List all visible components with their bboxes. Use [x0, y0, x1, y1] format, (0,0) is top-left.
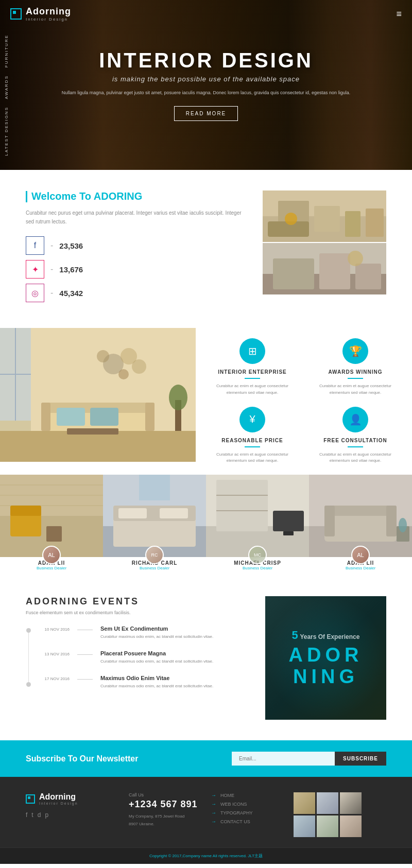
timeline-item-2: 13 NOV 2016 Placerat Posuere Magna Curab…: [36, 650, 250, 665]
logo-area[interactable]: Adorning Interior Design: [10, 6, 71, 22]
svg-rect-6: [345, 211, 360, 237]
bottom-bar: Copyright © 2017,Company name All rights…: [0, 847, 412, 864]
sidebar-label-awards[interactable]: Awards: [4, 75, 9, 99]
awards-icon-circle: 🏆: [342, 338, 368, 364]
team-card-4[interactable]: AL ADAM LII Business Dealer: [309, 475, 412, 576]
avatar-1: AL: [43, 547, 60, 563]
svg-point-24: [118, 369, 129, 379]
feature-underline-2: [348, 378, 363, 379]
interior-icon: ⊞: [248, 345, 257, 357]
footer-logo-icon: [26, 794, 35, 804]
svg-rect-56: [283, 531, 294, 535]
twitter-icon-box[interactable]: ✦: [26, 260, 44, 279]
feature-title-price: REASONABLE PRICE: [206, 438, 299, 443]
promo-years-label: Years Of Experience: [300, 633, 359, 640]
footer-links: → HOME → WEB ICONS → TYPOGRAPHY → CONTAC…: [211, 792, 283, 827]
footer-gallery-2: [317, 792, 338, 814]
read-more-button[interactable]: READ MORE: [174, 106, 238, 121]
team-avatar-3: MC: [248, 546, 267, 564]
welcome-left: Welcome To ADORING Curabitur nec purus e…: [26, 190, 247, 307]
newsletter-form: SUBSCRIBE: [232, 752, 386, 766]
welcome-right: [263, 190, 386, 294]
team-image-4: [309, 475, 412, 557]
event-title-3: Maximus Odio Enim Vitae: [100, 675, 213, 681]
svg-rect-28: [145, 403, 154, 431]
avatar-4: AL: [352, 547, 369, 563]
svg-rect-47: [118, 508, 147, 518]
instagram-icon-box[interactable]: ◎: [26, 284, 44, 302]
team-image-1: [0, 475, 103, 557]
footer-contact: Call Us +1234 567 891 My Company, 875 Je…: [118, 792, 201, 828]
event-date-2: 13 NOV 2016: [36, 650, 70, 657]
feature-desc-interior: Curabitur ac enim et augue consectetur e…: [206, 383, 299, 396]
hamburger-menu[interactable]: ≡: [396, 9, 402, 20]
promo-years: 5 Years Of Experience: [292, 629, 360, 642]
svg-rect-48: [160, 508, 188, 518]
svg-rect-61: [324, 506, 335, 536]
footer-pinterest-icon[interactable]: p: [45, 811, 48, 819]
newsletter-email-input[interactable]: [232, 752, 335, 766]
avatar-2: RC: [146, 547, 163, 563]
timeline-dot-top: [26, 628, 31, 633]
footer-link-home[interactable]: → HOME: [211, 792, 283, 798]
hero-title: INTERIOR DESIGN: [62, 49, 350, 72]
footer-link-webicons[interactable]: → WEB ICONS: [211, 801, 283, 807]
feature-title-interior: INTERIOR ENTERPRISE: [206, 369, 299, 375]
footer-logo[interactable]: Adorning Interior Design: [26, 792, 108, 805]
features-grid: ⊞ INTERIOR ENTERPRISE Curabitur ac enim …: [196, 328, 412, 475]
events-left: ADORNING EVENTS Fusce elementum sem ut e…: [26, 596, 250, 720]
logo-sub: Interior Design: [26, 17, 71, 22]
welcome-title: Welcome To ADORING: [31, 190, 142, 202]
svg-rect-10: [273, 258, 314, 289]
team-card-1[interactable]: AL ADAM LII Business Dealer: [0, 475, 103, 576]
team-role-1: Business Dealer: [0, 566, 103, 570]
footer-link-contact[interactable]: → CONTACT US: [211, 819, 283, 824]
team-card-2[interactable]: RC RICHARD CARL Business Dealer: [103, 475, 206, 576]
footer-call-label: Call Us: [129, 792, 201, 797]
footer: Adorning Interior Design f t d p Call Us…: [0, 777, 412, 847]
arrow-icon-typography: →: [211, 810, 216, 815]
events-description: Fusce elementum sem ut ex condimentum fa…: [26, 610, 250, 615]
timeline: 10 NOV 2016 Sem Ut Ex Condimentum Curabi…: [26, 626, 250, 689]
footer-twitter-icon[interactable]: t: [31, 811, 33, 819]
event-content-2: Placerat Posuere Magna Curabitur maximus…: [100, 650, 213, 665]
feature-underline-3: [245, 446, 260, 447]
instagram-icon: ◎: [31, 288, 39, 298]
footer-gallery-5: [317, 815, 338, 837]
footer-brand: Adorning Interior Design f t d p: [26, 792, 108, 819]
feature-consultation: 👤 FREE CONSULTATION Curabitur ac enim et…: [309, 407, 402, 465]
newsletter-subscribe-button[interactable]: SUBSCRIBE: [335, 752, 386, 766]
credit-link[interactable]: JLT主题: [248, 854, 263, 858]
copyright-text: Copyright © 2017,Company name All rights…: [149, 854, 247, 858]
svg-rect-11: [319, 253, 350, 289]
svg-rect-49: [139, 475, 170, 500]
team-card-3[interactable]: MC MICHAEL CRISP Business Dealer: [206, 475, 309, 576]
svg-point-23: [132, 359, 146, 374]
sidebar-label-furniture[interactable]: Furniture: [4, 34, 9, 67]
facebook-icon: f: [34, 241, 36, 250]
sidebar-label-latest[interactable]: Latest Designs: [4, 107, 9, 156]
welcome-image-2: [263, 243, 386, 294]
footer-logo-main: Adorning: [39, 792, 78, 802]
arrow-icon-webicons: →: [211, 801, 216, 807]
svg-rect-19: [0, 431, 196, 462]
svg-rect-55: [273, 511, 304, 531]
instagram-count: 45,342: [59, 289, 83, 298]
footer-link-typography[interactable]: → TYPOGRAPHY: [211, 810, 283, 815]
social-row-instagram: ◎ - 45,342: [26, 284, 247, 302]
team-role-3: Business Dealer: [206, 566, 309, 570]
timeline-item-1: 10 NOV 2016 Sem Ut Ex Condimentum Curabi…: [36, 626, 250, 640]
footer-facebook-icon[interactable]: f: [26, 811, 27, 819]
footer-gallery-1: [294, 792, 315, 814]
feature-price: ¥ REASONABLE PRICE Curabitur ac enim et …: [206, 407, 299, 465]
feature-title-consultation: FREE CONSULTATION: [309, 438, 402, 443]
event-title-1: Sem Ut Ex Condimentum: [100, 626, 213, 632]
consultation-icon-circle: 👤: [342, 407, 368, 432]
footer-dribbble-icon[interactable]: d: [38, 811, 41, 819]
hero-content: INTERIOR DESIGN is making the best possi…: [21, 49, 391, 120]
feature-interior: ⊞ INTERIOR ENTERPRISE Curabitur ac enim …: [206, 338, 299, 396]
facebook-count: 23,536: [59, 241, 83, 250]
facebook-icon-box[interactable]: f: [26, 236, 44, 255]
welcome-section: Welcome To ADORING Curabitur nec purus e…: [0, 170, 412, 328]
svg-point-22: [97, 350, 109, 362]
